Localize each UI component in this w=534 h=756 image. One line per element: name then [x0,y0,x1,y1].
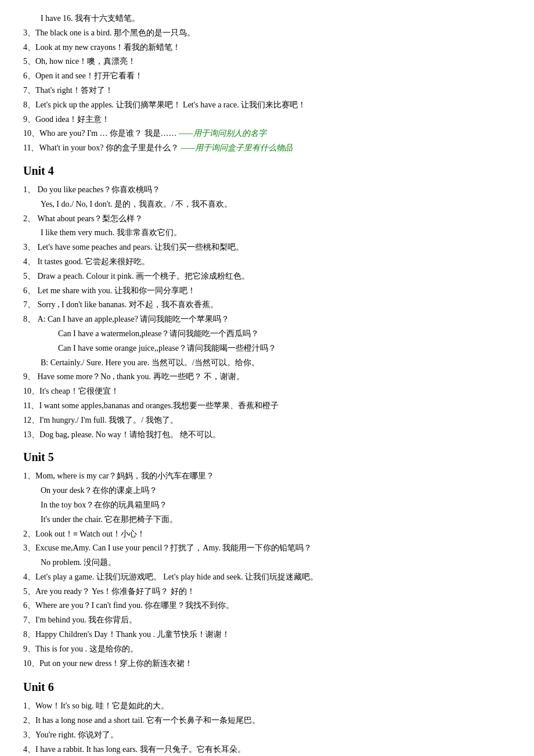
u4-item-13: 13、Dog bag, please. No way！请给我打包。 绝不可以。 [23,428,511,442]
unit5-section: Unit 5 1、Mom, where is my car？妈妈，我的小汽车在哪… [23,447,511,670]
u4-item-8d: B: Certainly./ Sure. Here you are. 当然可以。… [41,356,511,370]
u4-item-1b: Yes, I do./ No, I don't. 是的，我喜欢。/ 不，我不喜欢… [41,197,511,211]
u4-item-3: 3、 Let's have some peaches and pears. 让我… [23,240,511,254]
u5-item-7: 7、I'm behind you. 我在你背后。 [23,613,511,627]
u6-item-1: 1、Wow！It's so big. 哇！它是如此的大。 [23,699,511,713]
page-content: I have 16. 我有十六支蜡笔。 3、The black one is a… [23,12,511,756]
u4-item-8c: Can I have some orange juice,,please？请问我… [58,341,511,355]
unit6-title: Unit 6 [23,677,511,697]
unit5-title: Unit 5 [23,447,511,467]
u6-item-3: 3、You're right. 你说对了。 [23,728,511,742]
u4-item-10: 10、It's cheap！它很便宜！ [23,384,511,398]
unit4-section: Unit 4 1、 Do you like peaches？你喜欢桃吗？ Yes… [23,161,511,441]
intro-line-6: 8、Let's pick up the apples. 让我们摘苹果吧！ Let… [23,98,511,112]
u5-item-1b: On your desk？在你的课桌上吗？ [41,484,511,498]
intro-line-8: 10、Who are you? I'm … 你是谁？ 我是…… ——用于询问别人… [23,127,511,141]
unit6-section: Unit 6 1、Wow！It's so big. 哇！它是如此的大。 2、It… [23,677,511,756]
u5-item-3b: No problem. 没问题。 [41,556,511,570]
u4-item-4: 4、 It tastes good. 它尝起来很好吃。 [23,255,511,269]
u5-item-5: 5、Are you ready？ Yes！你准备好了吗？ 好的！ [23,585,511,599]
u5-item-6: 6、Where are you？I can't find you. 你在哪里？我… [23,599,511,613]
intro-line-7: 9、Good idea！好主意！ [23,113,511,127]
u4-item-8: 8、 A: Can I have an apple,please? 请问我能吃一… [23,312,511,326]
u4-item-8b: Can I have a watermelon,please？请问我能吃一个西瓜… [58,327,511,341]
intro-line-3: 5、Oh, how nice！噢，真漂亮！ [23,55,511,69]
u4-item-9: 9、 Have some more？No , thank you. 再吃一些吧？… [23,370,511,384]
u4-item-11: 11、I want some apples,bananas and orange… [23,399,511,413]
u6-item-2: 2、It has a long nose and a short tail. 它… [23,714,511,728]
u5-item-9: 9、This is for you . 这是给你的。 [23,642,511,656]
u5-item-1: 1、Mom, where is my car？妈妈，我的小汽车在哪里？ [23,469,511,483]
intro-line-1: 3、The black one is a bird. 那个黑色的是一只鸟。 [23,26,511,40]
u5-item-8: 8、Happy Children's Day！Thank you . 儿童节快乐… [23,628,511,642]
intro-line-4: 6、Open it and see！打开它看看！ [23,69,511,83]
u5-item-1c: In the toy box？在你的玩具箱里吗？ [41,498,511,512]
intro-line-0: I have 16. 我有十六支蜡笔。 [41,12,511,26]
unit4-title: Unit 4 [23,161,511,181]
u4-item-7: 7、 Sorry , I don't like bananas. 对不起，我不喜… [23,298,511,312]
u4-item-6: 6、 Let me share with you. 让我和你一同分享吧！ [23,284,511,298]
green-note-10: ——用于询问别人的名字 [179,129,266,138]
u4-item-12: 12、I'm hungry./ I'm full. 我饿了。/ 我饱了。 [23,413,511,427]
u5-item-10: 10、Put on your new dress！穿上你的新连衣裙！ [23,657,511,671]
green-note-11: ——用于询问盒子里有什么物品 [181,143,293,152]
u4-item-5: 5、 Draw a peach. Colour it pink. 画一个桃子。把… [23,269,511,283]
u4-item-1: 1、 Do you like peaches？你喜欢桃吗？ [23,183,511,197]
u5-item-4: 4、Let's play a game. 让我们玩游戏吧。 Let's play… [23,570,511,584]
u4-item-2: 2、 What about pears？梨怎么样？ [23,212,511,226]
u5-item-1d: It's under the chair. 它在那把椅子下面。 [41,513,511,527]
u5-item-3: 3、Excuse me,Amy. Can I use your pencil？打… [23,541,511,555]
intro-line-9: 11、What't in your box? 你的盒子里是什么？ ——用于询问盒… [23,141,511,155]
u5-item-2: 2、Look out！≡ Watch out！小心！ [23,527,511,541]
intro-line-2: 4、Look at my new crayons！看我的新蜡笔！ [23,41,511,55]
intro-line-5: 7、That's right！答对了！ [23,84,511,98]
u6-item-4: 4、I have a rabbit. It has long ears. 我有一… [23,743,511,756]
u4-item-2b: I like them very much. 我非常喜欢它们。 [41,226,511,240]
intro-section: I have 16. 我有十六支蜡笔。 3、The black one is a… [23,12,511,155]
